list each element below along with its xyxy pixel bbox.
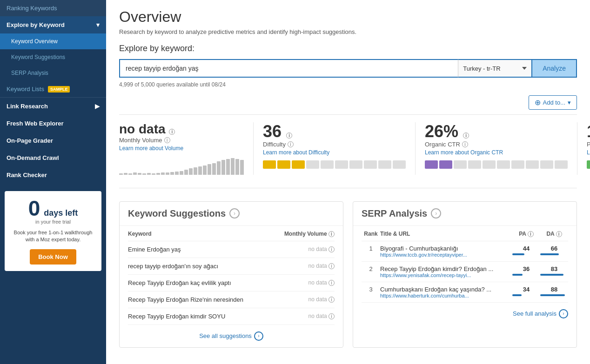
sample-badge: SAMPLE [48, 86, 70, 93]
ks-col-keyword: Keyword [128, 226, 272, 241]
serp-url[interactable]: https://www.tccb.gov.tr/receptayviper... [380, 252, 512, 258]
analyze-button[interactable]: Analyze [532, 59, 577, 78]
main-content: Overview Research by keyword to analyze … [106, 0, 590, 364]
list-item: Recep Tayyip Erdoğan kaç evlilik yaptı n… [128, 274, 335, 291]
info-icon-row[interactable]: i [329, 297, 335, 303]
sidebar-item-serp-analysis[interactable]: SERP Analysis [0, 65, 106, 81]
serp-pa-cell: 44 [512, 241, 540, 261]
serp-analysis-body: Rank Title & URL PA i DA i [353, 226, 577, 325]
metric-organic-ctr: 26% i Organic CTR i Learn more about Org… [416, 122, 577, 175]
sidebar-item-link-research[interactable]: Link Research ▶ [0, 98, 106, 115]
keyword-suggestions-body: Keyword Monthly Volume i Emine Erdoğan y… [120, 226, 343, 347]
keyword-suggestions-arrow[interactable]: › [229, 208, 240, 218]
serp-analysis-panel: SERP Analysis › Rank Title & URL PA i [353, 201, 577, 348]
sidebar-item-fresh-web-explorer[interactable]: Fresh Web Explorer [0, 115, 106, 132]
add-to-row: ⊕ Add to... ▾ [119, 95, 577, 115]
info-icon-volume2[interactable]: i [164, 137, 170, 143]
serp-pa-cell: 34 [512, 282, 540, 302]
info-icon-row[interactable]: i [329, 280, 335, 286]
info-icon-ctr[interactable]: i [463, 132, 469, 139]
keyword-suggestions-panel: Keyword Suggestions › Keyword Monthly Vo… [119, 201, 343, 348]
see-all-arrow-icon: › [254, 331, 263, 341]
book-now-button[interactable]: Book Now [30, 249, 76, 265]
serp-da-cell: 88 [540, 282, 568, 302]
serp-url[interactable]: https://www.yenisafak.com/recep-tayyi... [380, 272, 512, 278]
serp-pa-cell: 36 [512, 261, 540, 282]
sidebar-item-explore-by-keyword[interactable]: Explore by Keyword ▾ [0, 16, 106, 33]
days-sub: in your free trial [11, 219, 95, 225]
serp-rank-cell: 3 [362, 282, 380, 302]
serp-analysis-arrow[interactable]: › [431, 208, 441, 218]
difficulty-seg-bar [263, 160, 406, 169]
see-full-analysis-link[interactable]: See full analysis › [513, 309, 568, 318]
serp-col-pa: PA i [512, 226, 540, 241]
ctr-learn-more-link[interactable]: Learn more about Organic CTR [425, 149, 568, 156]
info-icon-difficulty[interactable]: i [286, 132, 292, 139]
serp-col-da: DA i [540, 226, 568, 241]
metric-value-ctr: 26% i [425, 122, 568, 141]
search-row: Turkey - tr-TR Analyze [119, 59, 577, 78]
ctr-seg-bar [425, 160, 568, 169]
metric-value-volume: no data i [119, 122, 244, 137]
info-icon-da[interactable]: i [556, 231, 562, 237]
metric-monthly-volume: no data i Monthly Volume i Learn more ab… [119, 122, 254, 175]
chevron-icon: ▾ [96, 21, 100, 28]
sidebar-item-on-demand-crawl[interactable]: On-Demand Crawl [0, 149, 106, 166]
info-icon-row[interactable]: i [329, 263, 335, 269]
info-icon-row[interactable]: i [329, 313, 335, 319]
serp-rank-cell: 1 [362, 241, 380, 261]
days-left-box: 0 days left in your free trial Book your… [5, 191, 101, 271]
sidebar-item-rank-checker[interactable]: Rank Checker [0, 166, 106, 184]
list-item: Recep Tayyip Erdoğan kimdir SOYU no data… [128, 308, 335, 324]
table-row: 2 Recep Tayyip Erdoğan kimdir? Erdoğan .… [362, 261, 568, 282]
serp-da-cell: 83 [540, 261, 568, 282]
metric-label-priority: Priority i [587, 141, 590, 148]
plus-icon: ⊕ [535, 98, 541, 107]
see-all-suggestions-link[interactable]: See all suggestions › [128, 331, 335, 341]
serp-title-url-cell: Biyografi - Cumhurbaşkanlığı https://www… [380, 241, 512, 261]
info-icon-difficulty2[interactable]: i [288, 141, 294, 147]
list-item: recep tayyip erdoğan'ın soy ağacı no dat… [128, 258, 335, 274]
keyword-cell: Recep Tayyip Erdoğan Rize'nin neresinden [128, 291, 272, 308]
volume-bar-chart [119, 156, 244, 175]
days-label: days left [44, 208, 78, 218]
see-full-arrow-icon: › [559, 309, 568, 318]
search-section-label: Explore by keyword: [119, 44, 577, 53]
difficulty-learn-more-link[interactable]: Learn more about Difficulty [263, 149, 406, 156]
serp-url[interactable]: https://www.haberturk.com/cumhurba... [380, 293, 512, 298]
days-number: 0 [28, 198, 40, 219]
info-icon-ks-volume[interactable]: i [329, 231, 335, 237]
serp-title-url-cell: Cumhurbaşkanı Erdoğan kaç yaşında? ... h… [380, 282, 512, 302]
sidebar-item-keyword-suggestions[interactable]: Keyword Suggestions [0, 49, 106, 65]
country-select[interactable]: Turkey - tr-TR [458, 59, 532, 78]
volume-learn-more-link[interactable]: Learn more about Volume [119, 145, 244, 152]
info-icon-row[interactable]: i [329, 246, 335, 252]
sidebar-item-keyword-lists[interactable]: Keyword Lists SAMPLE [0, 81, 106, 97]
panels-row: Keyword Suggestions › Keyword Monthly Vo… [119, 201, 577, 348]
metric-difficulty: 36 i Difficulty i Learn more about Diffi… [254, 122, 416, 175]
list-item: Emine Erdoğan yaş no data i [128, 241, 335, 258]
info-icon-volume[interactable]: i [169, 129, 175, 135]
keyword-input[interactable] [119, 59, 458, 78]
metrics-row: no data i Monthly Volume i Learn more ab… [119, 122, 577, 188]
serp-analysis-header: SERP Analysis › [353, 202, 577, 226]
keyword-cell: recep tayyip erdoğan'ın soy ağacı [128, 258, 272, 274]
volume-cell: no data i [272, 241, 335, 258]
metric-label-volume: Monthly Volume i [119, 137, 244, 144]
sidebar-item-ranking-keywords[interactable]: Ranking Keywords [0, 0, 106, 16]
page-description: Research by keyword to analyze predictiv… [119, 28, 577, 35]
sidebar-item-on-page-grader[interactable]: On-Page Grader [0, 132, 106, 149]
serp-analysis-title: SERP Analysis [362, 208, 427, 219]
priority-seg-bar [587, 160, 590, 169]
serp-title-url-cell: Recep Tayyip Erdoğan kimdir? Erdoğan ...… [380, 261, 512, 282]
ks-col-volume: Monthly Volume i [272, 226, 335, 241]
sidebar-item-keyword-overview[interactable]: Keyword Overview [0, 33, 106, 49]
metric-priority: 15 i Priority i Learn more about Priorit… [577, 122, 590, 175]
priority-learn-more-link[interactable]: Learn more about Priority [587, 149, 590, 156]
info-icon-ctr2[interactable]: i [462, 141, 468, 147]
serp-da-cell: 66 [540, 241, 568, 261]
serp-rank-cell: 2 [362, 261, 380, 282]
add-to-button[interactable]: ⊕ Add to... ▾ [529, 95, 577, 110]
see-all-suggestions-row: See all suggestions › [128, 325, 335, 347]
info-icon-pa[interactable]: i [528, 231, 534, 237]
